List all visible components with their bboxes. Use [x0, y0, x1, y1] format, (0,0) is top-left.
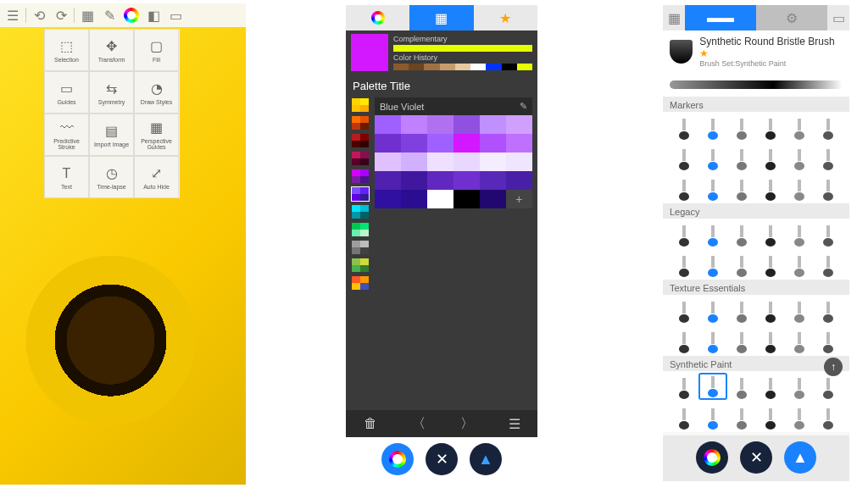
tab-brush-settings[interactable]: ⚙ — [756, 5, 827, 30]
brush-item[interactable] — [756, 327, 785, 354]
brush-item[interactable] — [756, 297, 785, 324]
brush-header[interactable]: Synthetic Round Bristle Brush ★ Brush Se… — [663, 30, 849, 73]
tool-fill[interactable]: ▢Fill — [134, 29, 179, 71]
brush-item[interactable] — [670, 403, 698, 430]
brush-item[interactable] — [670, 251, 698, 278]
palette-cell[interactable] — [480, 134, 506, 152]
brush-item[interactable] — [756, 403, 785, 430]
trash-icon[interactable]: 🗑 — [364, 416, 377, 431]
fullscreen-icon[interactable]: ▭ — [827, 5, 849, 30]
palette-cell[interactable] — [506, 134, 532, 152]
brush-item[interactable] — [756, 114, 785, 141]
undo-icon[interactable]: ⟲ — [30, 6, 48, 25]
brush-item[interactable] — [814, 114, 843, 141]
fab-close[interactable]: ✕ — [740, 441, 772, 474]
brush-item[interactable] — [785, 403, 814, 430]
palette-cell[interactable] — [453, 171, 480, 190]
fullscreen-icon[interactable]: ▭ — [166, 6, 185, 25]
tool-predictive[interactable]: 〰Predictive Stroke — [44, 114, 89, 156]
brush-item[interactable] — [698, 220, 727, 247]
fab-color-wheel[interactable] — [696, 441, 728, 474]
color-history-bar[interactable] — [393, 64, 532, 70]
brush-item[interactable] — [727, 327, 756, 354]
tool-perspective[interactable]: ▦Perspective Guides — [134, 114, 179, 156]
brush-item[interactable] — [785, 175, 814, 202]
palette-thumb[interactable] — [351, 151, 370, 166]
palette-cell[interactable] — [453, 115, 480, 134]
palette-thumb[interactable] — [351, 204, 370, 219]
palette-cell[interactable] — [480, 171, 506, 190]
brush-item[interactable] — [670, 114, 698, 141]
next-icon[interactable]: 〉 — [460, 415, 474, 433]
brush-item[interactable] — [814, 220, 843, 247]
palette-cell[interactable] — [427, 152, 453, 171]
palette-thumb[interactable] — [351, 169, 370, 184]
palette-cell[interactable] — [375, 115, 401, 134]
brush-item[interactable] — [814, 144, 843, 171]
tool-select[interactable]: ⬚Selection — [44, 29, 89, 71]
palette-cell[interactable] — [480, 152, 506, 171]
brush-item[interactable] — [670, 327, 698, 354]
palette-cell[interactable] — [453, 190, 480, 208]
menu-icon[interactable]: ☰ — [3, 6, 22, 25]
palette-cell[interactable] — [401, 134, 427, 152]
palette-thumb[interactable] — [351, 133, 370, 148]
palette-cell[interactable] — [375, 152, 401, 171]
brush-item[interactable] — [785, 373, 814, 400]
palette-cell[interactable] — [401, 152, 427, 171]
grid-icon[interactable]: ▦ — [78, 6, 97, 25]
tab-color-favorites[interactable]: ★ — [474, 5, 537, 30]
brush-item[interactable] — [670, 297, 698, 324]
brush-item[interactable] — [698, 114, 727, 141]
palette-thumb[interactable] — [351, 275, 370, 291]
pen-icon[interactable]: ✎ — [100, 6, 119, 25]
brush-item[interactable] — [727, 403, 756, 430]
brush-item[interactable] — [698, 327, 727, 354]
palette-thumb[interactable] — [351, 115, 370, 130]
palette-cell[interactable] — [375, 171, 401, 190]
brush-item[interactable] — [698, 297, 727, 324]
brush-item[interactable] — [727, 144, 756, 171]
favorite-star-icon[interactable]: ★ — [699, 47, 709, 59]
tab-color-grid[interactable]: ▦ — [409, 5, 473, 30]
brush-item[interactable] — [698, 403, 727, 430]
brush-item[interactable] — [727, 220, 756, 247]
palette-cell[interactable] — [453, 152, 480, 171]
brush-item[interactable] — [670, 175, 698, 202]
brush-item[interactable] — [785, 251, 814, 278]
tool-timelapse[interactable]: ◷Time-lapse — [89, 156, 134, 198]
brush-item[interactable] — [698, 251, 727, 278]
palette-cell[interactable] — [480, 190, 506, 208]
palette-name-row[interactable]: Blue Violet ✎ — [375, 97, 532, 115]
palette-cell[interactable] — [427, 115, 453, 134]
palette-cell[interactable] — [506, 115, 532, 134]
brush-item[interactable] — [814, 175, 843, 202]
tool-import[interactable]: ▤Import Image — [89, 114, 134, 156]
prev-icon[interactable]: 〈 — [412, 415, 426, 433]
palette-cell[interactable] — [427, 171, 453, 190]
brush-item[interactable] — [785, 144, 814, 171]
brush-item[interactable] — [814, 251, 843, 278]
palette-cell[interactable] — [375, 190, 401, 208]
palette-cell[interactable] — [480, 115, 506, 134]
brush-item[interactable] — [756, 175, 785, 202]
brush-item[interactable] — [756, 373, 785, 400]
fab-close[interactable]: ✕ — [426, 443, 458, 475]
brush-item[interactable] — [698, 175, 727, 202]
fab-layers[interactable]: ▲ — [784, 441, 816, 474]
tab-brush-library[interactable]: ▬▬ — [685, 5, 756, 30]
palette-thumb[interactable] — [351, 258, 370, 273]
palette-cell[interactable] — [427, 134, 453, 152]
color-wheel-icon[interactable] — [122, 6, 141, 25]
brush-item[interactable] — [785, 327, 814, 354]
brush-item[interactable] — [727, 175, 756, 202]
tool-symmetry[interactable]: ⇆Symmetry — [89, 71, 134, 114]
layers-icon[interactable]: ◧ — [144, 6, 163, 25]
brush-item[interactable] — [727, 297, 756, 324]
palette-cell[interactable] — [401, 115, 427, 134]
brush-item[interactable] — [670, 373, 698, 400]
brush-item[interactable] — [698, 373, 727, 400]
brush-item[interactable] — [727, 251, 756, 278]
tool-text[interactable]: TText — [44, 156, 89, 198]
palette-cell[interactable] — [453, 134, 480, 152]
